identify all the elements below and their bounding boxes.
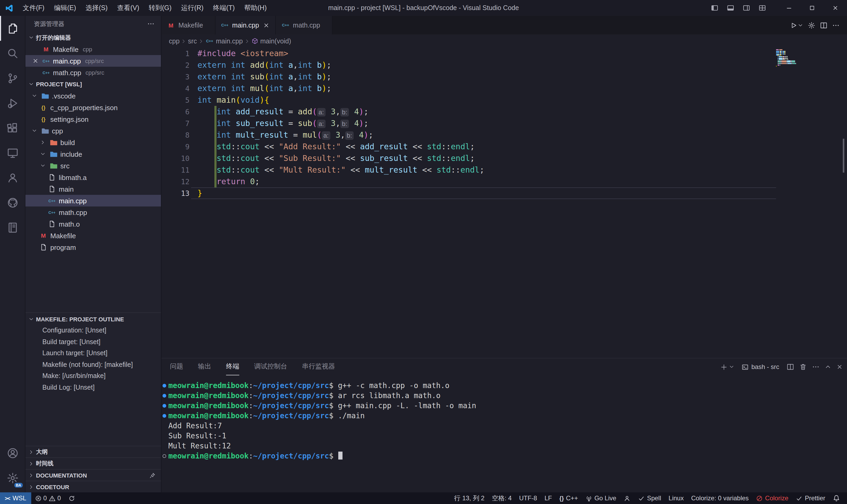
code-line-3[interactable]: 3extern int sub(int a,int b); [161, 71, 847, 83]
tree-item-settings.json[interactable]: {}settings.json [25, 113, 161, 125]
split-button[interactable] [787, 363, 794, 371]
code-line-13[interactable]: 13} [161, 187, 847, 199]
split-button[interactable] [820, 21, 827, 29]
breadcrumb-item[interactable]: cpp [169, 37, 179, 45]
activity-notebook[interactable] [0, 215, 25, 240]
activity-github[interactable] [0, 190, 25, 215]
menu-选择(S)[interactable]: 选择(S) [81, 0, 112, 16]
panel-tab-问题[interactable]: 问题 [170, 358, 183, 375]
activity-extensions[interactable] [0, 115, 25, 140]
menu-文件(F)[interactable]: 文件(F) [18, 0, 49, 16]
status-live-share[interactable] [620, 492, 634, 504]
code-line-7[interactable]: 7 int sub_result = sub(a: 3,b: 4); [161, 118, 847, 129]
open-editor-Makefile[interactable]: MMakefilecpp [25, 43, 161, 55]
remote-indicator[interactable]: >< WSL [0, 492, 31, 504]
status-language-mode[interactable]: {}C++ [556, 492, 582, 504]
minimize-button[interactable] [777, 0, 800, 16]
maximize-button[interactable] [800, 0, 824, 16]
code-line-5[interactable]: 5int main(void){ [161, 94, 847, 106]
tree-item-math.cpp[interactable]: C++math.cpp [25, 206, 161, 218]
status-colorize-variables[interactable]: Colorize: 0 variables [687, 492, 752, 504]
play-button[interactable] [790, 21, 797, 29]
code-line-12[interactable]: 12 return 0; [161, 176, 847, 187]
gear-button[interactable] [808, 21, 815, 29]
more-button[interactable] [812, 363, 819, 371]
status-spell-checker[interactable]: Spell [634, 492, 665, 504]
outline-item[interactable]: Build target: [Unset] [25, 337, 161, 348]
panel-tab-调试控制台[interactable]: 调试控制台 [254, 358, 287, 375]
tab-Makefile[interactable]: MMakefile [161, 16, 215, 34]
outline-item[interactable]: Make: [/usr/bin/make] [25, 371, 161, 382]
makefile-outline-header[interactable]: MAKEFILE: PROJECT OUTLINE [25, 312, 161, 325]
breadcrumb-item[interactable]: C++main.cpp [205, 37, 243, 45]
menu-编辑(E)[interactable]: 编辑(E) [49, 0, 81, 16]
command-pending-icon[interactable] [163, 454, 166, 458]
code-line-4[interactable]: 4extern int mul(int a,int b); [161, 83, 847, 94]
command-success-icon[interactable] [163, 384, 166, 388]
status-eol[interactable]: LF [541, 492, 556, 504]
chev-down-button[interactable] [798, 22, 803, 28]
section-DOCUMENTATION[interactable]: DOCUMENTATION [25, 469, 161, 481]
activity-settings[interactable]: BA [0, 465, 25, 490]
terminal[interactable]: meowrain@redmibook:~/project/cpp/src$ g+… [161, 375, 847, 492]
section-CODETOUR[interactable]: CODETOUR [25, 481, 161, 492]
section-时间线[interactable]: 时间线 [25, 457, 161, 469]
more-actions-icon[interactable] [147, 20, 155, 28]
layout-sidebar-left-button[interactable] [709, 0, 720, 16]
menu-运行(R)[interactable]: 运行(R) [176, 0, 208, 16]
activity-live-share[interactable] [0, 165, 25, 190]
breadcrumb-item[interactable]: src [188, 37, 197, 45]
status-encoding[interactable]: UTF-8 [515, 492, 541, 504]
breadcrumb-item[interactable]: main(void) [251, 37, 291, 45]
status-indentation[interactable]: 空格: 4 [488, 492, 515, 504]
layout-grid-button[interactable] [757, 0, 768, 16]
open-editor-main.cpp[interactable]: C++main.cppcpp/src [25, 55, 161, 67]
activity-explorer[interactable] [0, 16, 25, 41]
close-button[interactable] [824, 0, 847, 16]
tree-item-main.cpp[interactable]: C++main.cpp [25, 195, 161, 206]
status-cursor-position[interactable]: 行 13, 列 2 [450, 492, 488, 504]
activity-remote-explorer[interactable] [0, 140, 25, 165]
outline-item[interactable]: Launch target: [Unset] [25, 348, 161, 359]
command-success-icon[interactable] [163, 404, 166, 408]
open-editor-math.cpp[interactable]: C++math.cppcpp/src [25, 67, 161, 78]
activity-run-debug[interactable] [0, 91, 25, 115]
pin-icon[interactable] [149, 472, 156, 478]
tree-item-include[interactable]: include [25, 148, 161, 160]
open-editors-header[interactable]: 打开的编辑器 [25, 32, 161, 43]
panel-tab-输出[interactable]: 输出 [198, 358, 211, 375]
tab-main.cpp[interactable]: C++main.cpp [215, 16, 276, 34]
status-linux[interactable]: Linux [665, 492, 687, 504]
command-success-icon[interactable] [163, 394, 166, 398]
tree-item-src[interactable]: src [25, 160, 161, 172]
code-line-10[interactable]: 10 std::cout << "Sub Result:" << sub_res… [161, 152, 847, 164]
activity-account[interactable] [0, 440, 25, 465]
code-line-8[interactable]: 8 int mult_result = mul(a: 3,b: 4); [161, 129, 847, 141]
panel-tab-串行监视器[interactable]: 串行监视器 [302, 358, 335, 375]
close-icon[interactable] [32, 58, 39, 64]
command-success-icon[interactable] [163, 414, 166, 418]
code-line-11[interactable]: 11 std::cout << "Mult Result:" << mult_r… [161, 164, 847, 176]
layout-panel-button[interactable] [725, 0, 736, 16]
refresh-icon[interactable] [65, 492, 79, 504]
tab-math.cpp[interactable]: C++math.cpp [276, 16, 332, 34]
status-colorize[interactable]: Colorize [753, 492, 792, 504]
tree-item-build[interactable]: build [25, 137, 161, 148]
chev-down-button[interactable] [729, 364, 735, 370]
tree-item-Makefile[interactable]: MMakefile [25, 230, 161, 241]
tree-item-libmath.a[interactable]: libmath.a [25, 172, 161, 183]
status-notifications[interactable] [829, 492, 844, 504]
close-icon[interactable] [262, 22, 270, 28]
section-大纲[interactable]: 大纲 [25, 446, 161, 457]
terminal-instance[interactable]: bash - src [742, 363, 779, 371]
minimap[interactable] [776, 49, 811, 67]
code-line-2[interactable]: 2extern int add(int a,int b); [161, 59, 847, 71]
problems-status[interactable]: 00 [31, 492, 65, 504]
tree-item-program[interactable]: program [25, 241, 161, 253]
menu-终端(T)[interactable]: 终端(T) [208, 0, 239, 16]
trash-button[interactable] [799, 363, 807, 371]
chev-up-button[interactable] [825, 364, 831, 370]
status-go-live[interactable]: Go Live [582, 492, 620, 504]
plus-button[interactable] [721, 363, 728, 370]
close-button[interactable] [836, 364, 843, 370]
